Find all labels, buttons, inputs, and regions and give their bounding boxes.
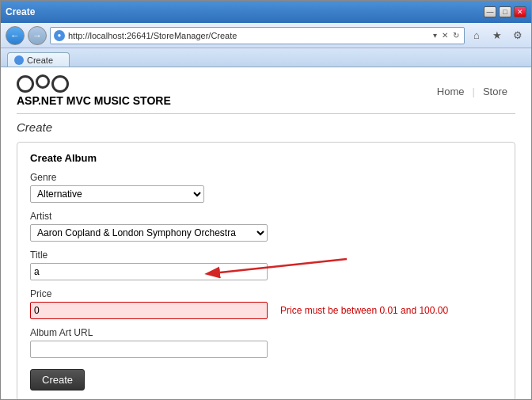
maximize-button[interactable]: □ <box>499 6 511 17</box>
toolbar-icons: ⌂ ★ ⚙ <box>468 27 526 44</box>
album-art-label: Album Art URL <box>30 327 502 338</box>
browser-window: Create — □ ✕ ← → ● http://localhost:2664… <box>0 0 532 400</box>
title-input-container <box>30 263 268 280</box>
browser-toolbar: ← → ● http://localhost:26641/StoreManage… <box>1 23 531 48</box>
create-album-panel: Create Album Genre Alternative Artist Aa… <box>17 142 515 400</box>
site-title: ASP.NET MVC MUSIC STORE <box>17 94 171 107</box>
home-nav-link[interactable]: Home <box>429 84 473 99</box>
current-tab[interactable]: Create <box>7 52 70 67</box>
logo-circle-3 <box>51 75 69 93</box>
window-controls: — □ ✕ <box>484 6 526 17</box>
site-logo <box>17 75 171 93</box>
genre-select[interactable]: Alternative <box>30 185 204 203</box>
store-nav-link[interactable]: Store <box>475 84 515 99</box>
artist-group: Artist Aaron Copland & London Symphony O… <box>30 211 502 242</box>
forward-nav-button[interactable]: → <box>28 26 47 45</box>
page-content: ASP.NET MVC MUSIC STORE Home | Store Cre… <box>1 67 531 400</box>
title-input[interactable] <box>30 263 268 280</box>
home-icon[interactable]: ⌂ <box>468 27 485 44</box>
page-heading: Create <box>17 120 515 134</box>
price-label: Price <box>30 288 502 299</box>
create-button[interactable]: Create <box>30 369 85 390</box>
genre-label: Genre <box>30 172 502 183</box>
tab-label: Create <box>27 55 53 65</box>
tab-favicon-icon <box>14 55 24 65</box>
title-group: Title <box>30 250 502 280</box>
address-bar[interactable]: ● http://localhost:26641/StoreManager/Cr… <box>50 27 465 44</box>
browser-titlebar: Create — □ ✕ <box>1 1 531 23</box>
settings-icon[interactable]: ⚙ <box>509 27 526 44</box>
favorites-icon[interactable]: ★ <box>488 27 506 44</box>
close-button[interactable]: ✕ <box>514 6 526 17</box>
site-logo-area: ASP.NET MVC MUSIC STORE <box>17 75 171 107</box>
address-go[interactable]: ↻ <box>451 31 461 40</box>
browser-title: Create <box>6 6 35 17</box>
genre-group: Genre Alternative <box>30 172 502 203</box>
site-header: ASP.NET MVC MUSIC STORE Home | Store <box>17 75 515 114</box>
back-nav-button[interactable]: ← <box>6 26 25 45</box>
address-refresh[interactable]: ✕ <box>440 31 450 40</box>
album-art-group: Album Art URL <box>30 327 502 358</box>
minimize-button[interactable]: — <box>484 6 496 17</box>
site-favicon: ● <box>54 30 65 41</box>
artist-label: Artist <box>30 211 502 222</box>
logo-circle-2 <box>36 74 50 89</box>
price-group: Price Price must be between 0.01 and 100… <box>30 288 502 319</box>
panel-title: Create Album <box>30 152 502 164</box>
site-nav: Home | Store <box>429 84 515 99</box>
album-art-input[interactable] <box>30 341 268 358</box>
artist-select[interactable]: Aaron Copland & London Symphony Orchestr… <box>30 224 268 242</box>
logo-circle-1 <box>17 75 34 93</box>
address-dropdown[interactable]: ▾ <box>431 31 439 40</box>
price-error-message: Price must be between 0.01 and 100.00 <box>280 305 448 316</box>
address-actions: ▾ ✕ ↻ <box>431 31 461 40</box>
title-label: Title <box>30 250 502 261</box>
tab-bar: Create <box>1 48 531 67</box>
price-input[interactable] <box>30 302 268 319</box>
url-text: http://localhost:26641/StoreManager/Crea… <box>68 31 428 40</box>
